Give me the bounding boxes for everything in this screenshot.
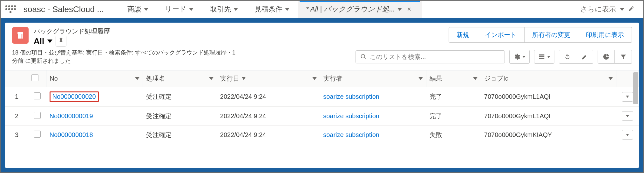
select-all-checkbox[interactable] xyxy=(31,74,38,81)
list-view-controls-button[interactable] xyxy=(509,50,530,64)
col-proc-name[interactable]: 処理名 xyxy=(143,70,217,87)
row-number: 3 xyxy=(5,126,28,144)
chevron-down-icon xyxy=(144,8,148,11)
filter-button[interactable] xyxy=(615,50,632,64)
cell-result: 完了 xyxy=(426,87,481,107)
chevron-down-icon xyxy=(547,56,550,58)
cell-proc-name: 受注確定 xyxy=(143,126,217,144)
chevron-down-icon xyxy=(418,77,423,80)
nav-item-accounts[interactable]: 取引先 xyxy=(202,1,246,18)
sort-desc-icon xyxy=(242,77,246,80)
filter-icon xyxy=(620,53,627,60)
row-actions-button[interactable] xyxy=(622,130,633,140)
list-view-table: No 処理名 xyxy=(5,70,639,144)
list-view-name[interactable]: All xyxy=(34,36,44,46)
app-launcher-icon[interactable] xyxy=(5,4,16,15)
list-search-box[interactable] xyxy=(356,50,505,63)
refresh-button[interactable] xyxy=(559,50,576,64)
col-exec-date[interactable]: 実行日 xyxy=(217,70,320,87)
table-row: 3No0000000018受注確定2022/04/24 9:24soarize … xyxy=(5,126,639,144)
app-title: soasc - SalesCloud ... xyxy=(24,4,104,14)
nav-item-active-tab[interactable]: * All | バックグラウンド処... × xyxy=(298,1,422,18)
search-icon xyxy=(360,54,367,60)
executor-link[interactable]: soarize subscription xyxy=(323,93,379,100)
chevron-down-icon xyxy=(135,77,139,80)
executor-link[interactable]: soarize subscription xyxy=(323,131,379,138)
table-row: 1No0000000020受注確定2022/04/24 9:24soarize … xyxy=(5,87,639,107)
chevron-down-icon xyxy=(189,8,193,11)
new-button[interactable]: 新規 xyxy=(449,27,477,43)
table-icon xyxy=(538,53,545,60)
nav-item-label: 見積条件 xyxy=(254,4,282,14)
col-rownum xyxy=(5,70,28,87)
cell-result: 失敗 xyxy=(426,126,481,144)
inline-edit-button[interactable] xyxy=(576,50,593,64)
refresh-icon xyxy=(564,53,571,60)
table-row: 2No0000000019受注確定2022/04/24 9:24soarize … xyxy=(5,107,639,126)
global-nav-bar: soasc - SalesCloud ... 商談 リード 取引先 見積条件 *… xyxy=(1,1,643,18)
nav-item-label: 取引先 xyxy=(210,4,231,14)
col-job-id[interactable]: ジョブId xyxy=(481,70,616,87)
col-executor-label: 実行者 xyxy=(323,74,342,83)
vertical-scrollbar-thumb[interactable] xyxy=(633,72,638,104)
nav-item-leads[interactable]: リード xyxy=(157,1,202,18)
nav-more-button[interactable]: さらに表示 xyxy=(580,4,624,14)
chevron-down-icon xyxy=(285,8,289,11)
cell-job-id: 7070o0000GykmL1AQI xyxy=(481,87,616,107)
pencil-icon[interactable] xyxy=(628,5,634,13)
chevron-down-icon xyxy=(234,8,238,11)
gear-icon xyxy=(513,53,520,60)
nav-item-label: リード xyxy=(165,4,186,14)
chevron-down-icon xyxy=(473,77,478,80)
pin-button[interactable] xyxy=(56,36,66,47)
object-icon xyxy=(12,27,29,44)
chevron-down-icon xyxy=(397,8,402,11)
row-checkbox[interactable] xyxy=(34,92,41,99)
col-job-id-label: ジョブId xyxy=(484,74,509,83)
chevron-down-icon xyxy=(626,96,629,98)
row-checkbox[interactable] xyxy=(34,112,41,119)
nav-item-label: * All | バックグラウンド処... xyxy=(306,4,395,14)
chevron-down-icon xyxy=(626,115,629,117)
nav-item-label: 商談 xyxy=(127,4,141,14)
close-icon[interactable]: × xyxy=(404,5,414,13)
row-actions-button[interactable] xyxy=(622,111,633,121)
list-meta-text: 18 個の項目・並び替え基準: 実行日・検索条件: すべてのバックグラウンド処理… xyxy=(12,48,241,65)
executor-link[interactable]: soarize subscription xyxy=(323,112,379,119)
display-as-button[interactable] xyxy=(534,50,554,64)
object-type-label: バックグラウンド処理履歴 xyxy=(34,27,110,36)
list-search-input[interactable] xyxy=(370,53,500,61)
col-no[interactable]: No xyxy=(46,70,143,87)
col-proc-name-label: 処理名 xyxy=(146,74,165,83)
chevron-down-icon xyxy=(608,77,613,80)
row-number: 2 xyxy=(5,107,28,126)
record-no-link[interactable]: No0000000019 xyxy=(50,112,93,119)
col-result-label: 結果 xyxy=(430,74,442,83)
col-select-all[interactable] xyxy=(28,70,46,87)
cell-exec-date: 2022/04/24 9:24 xyxy=(217,107,320,126)
record-no-link[interactable]: No0000000018 xyxy=(50,131,93,138)
nav-item-opportunities[interactable]: 商談 xyxy=(119,1,157,18)
chevron-down-icon xyxy=(620,8,624,11)
cell-proc-name: 受注確定 xyxy=(143,107,217,126)
col-no-label: No xyxy=(50,75,58,82)
list-view-picker-icon[interactable] xyxy=(47,40,52,43)
printable-view-button[interactable]: 印刷用に表示 xyxy=(578,27,632,43)
chevron-down-icon xyxy=(626,134,629,136)
chevron-down-icon xyxy=(209,77,214,80)
cell-proc-name: 受注確定 xyxy=(143,87,217,107)
col-result[interactable]: 結果 xyxy=(426,70,481,87)
chevron-down-icon xyxy=(312,77,317,80)
change-owner-button[interactable]: 所有者の変更 xyxy=(525,27,578,43)
nav-item-quote-conditions[interactable]: 見積条件 xyxy=(246,1,298,18)
record-no-link[interactable]: No0000000020 xyxy=(50,91,99,102)
cell-exec-date: 2022/04/24 9:24 xyxy=(217,126,320,144)
col-executor[interactable]: 実行者 xyxy=(320,70,426,87)
chart-button[interactable] xyxy=(598,50,615,64)
row-checkbox[interactable] xyxy=(34,131,41,138)
import-button[interactable]: インポート xyxy=(477,27,525,43)
row-actions-button[interactable] xyxy=(622,92,633,102)
pencil-icon xyxy=(581,53,588,60)
nav-items: 商談 リード 取引先 見積条件 * All | バックグラウンド処... × xyxy=(119,1,422,18)
cell-result: 完了 xyxy=(426,107,481,126)
